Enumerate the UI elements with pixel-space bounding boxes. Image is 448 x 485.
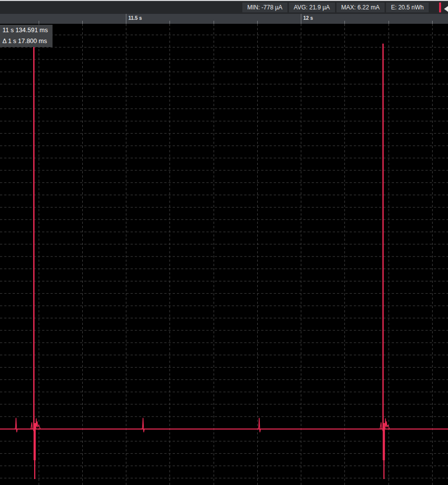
cursor-tooltip: 11 s 134.591 ms Δ 1 s 17.800 ms — [0, 25, 53, 47]
power-profiler-window: MIN: -778 µA AVG: 21.9 µA MAX: 6.22 mA E… — [0, 0, 448, 485]
time-axis-label: 11.5 s — [128, 15, 142, 21]
time-axis-minor-tick — [344, 21, 345, 24]
time-axis-minor-tick — [214, 21, 214, 24]
stat-energy: E: 20.5 nWh — [386, 2, 429, 12]
time-axis-major-tick — [126, 14, 126, 24]
time-axis-minor-tick — [39, 21, 39, 24]
chart-canvas[interactable] — [0, 0, 448, 485]
selection-marker[interactable] — [439, 2, 442, 12]
stat-avg: AVG: 21.9 µA — [289, 2, 335, 12]
cursor-delta-label: Δ 1 s 17.800 ms — [2, 36, 48, 47]
cursor-time-label: 11 s 134.591 ms — [2, 25, 48, 36]
time-axis-minor-tick — [432, 21, 433, 24]
time-axis-minor-tick — [169, 21, 170, 24]
time-axis-minor-tick — [389, 21, 389, 24]
time-axis-label: 12 s — [303, 15, 313, 21]
time-axis-minor-tick — [82, 21, 83, 24]
stats-group: MIN: -778 µA AVG: 21.9 µA MAX: 6.22 mA E… — [242, 2, 429, 12]
time-axis-major-tick — [301, 14, 301, 24]
time-axis-minor-tick — [257, 21, 258, 24]
collapse-panel-icon[interactable] — [444, 5, 448, 13]
stat-max: MAX: 6.22 mA — [336, 2, 385, 12]
stat-min: MIN: -778 µA — [242, 2, 287, 12]
stats-bar: MIN: -778 µA AVG: 21.9 µA MAX: 6.22 mA E… — [0, 0, 448, 14]
time-axis[interactable]: 11.5 s12 s — [0, 14, 448, 24]
